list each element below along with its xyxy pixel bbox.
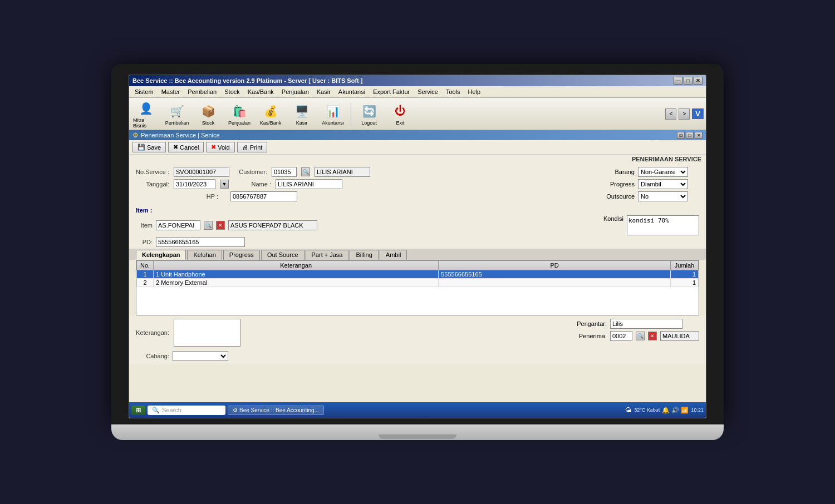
pembelian-icon: 🛒 — [168, 102, 186, 120]
save-button[interactable]: 💾 Save — [132, 142, 166, 152]
tab-billing[interactable]: Billing — [350, 250, 378, 260]
item-code-input[interactable] — [156, 220, 200, 230]
toolbar-kas-bank[interactable]: 💰 Kas/Bank — [256, 101, 285, 127]
penerima-clear-button[interactable]: ✕ — [648, 332, 657, 340]
customer-name-display — [315, 167, 370, 177]
toolbar-mitra-bisnis[interactable]: 👤 Mitra Bisnis — [131, 98, 160, 130]
menu-stock[interactable]: Stock — [221, 87, 243, 96]
minimize-button[interactable]: — — [674, 77, 682, 85]
search-placeholder: Search — [162, 407, 181, 413]
item-search-button[interactable]: 🔍 — [204, 221, 213, 230]
customer-search-button[interactable]: 🔍 — [301, 167, 310, 176]
menu-sistem[interactable]: Sistem — [131, 87, 157, 96]
title-bar: Bee Service :: Bee Accounting version 2.… — [129, 75, 706, 86]
close-button[interactable]: ✕ — [694, 77, 703, 85]
name-input[interactable] — [276, 179, 342, 189]
taskbar-icons-group: 🌤 — [625, 406, 632, 414]
stock-icon: 📦 — [199, 102, 217, 120]
tab-progress[interactable]: Progress — [223, 250, 260, 260]
toolbar-penjualan[interactable]: 🛍️ Penjualan — [225, 101, 254, 127]
sub-title-bar: ⚙ Penerimaan Service | Senice ⊡ □ ✕ — [129, 130, 706, 140]
kelengkapan-table: No. Keterangan PD Jumlah 1 1 Unit Handph… — [136, 260, 699, 287]
kas-bank-icon: 💰 — [262, 102, 279, 120]
sub-maximize-button[interactable]: □ — [686, 132, 694, 139]
akuntansi-icon: 📊 — [324, 102, 342, 120]
progress-select[interactable]: Diambil Selesai Proses — [638, 179, 688, 189]
tab-kelengkapan[interactable]: Kelengkapan — [136, 250, 186, 260]
toolbar-exit[interactable]: ⏻ Exit — [386, 101, 415, 127]
keterangan-label: Keterangan: — [136, 329, 169, 336]
taskbar-app-button[interactable]: ⚙ Bee Service :: Bee Accounting... — [228, 406, 324, 415]
cell-no: 1 — [137, 270, 154, 279]
col-jumlah: Jumlah — [671, 261, 699, 270]
item-row: Item 🔍 ✕ Kondisi kondisi 70% — [136, 215, 699, 235]
windows-icon: ⊞ — [136, 407, 141, 414]
toolbar-akuntansi[interactable]: 📊 Akuntansi — [318, 101, 347, 127]
menu-penjualan[interactable]: Penjualan — [278, 87, 312, 96]
nav-back-button[interactable]: < — [665, 108, 676, 120]
tab-ambil[interactable]: Ambil — [380, 250, 407, 260]
toolbar-pembelian[interactable]: 🛒 Pembelian — [163, 101, 191, 127]
menu-master[interactable]: Master — [158, 87, 184, 96]
toolbar-stock[interactable]: 📦 Stock — [194, 101, 223, 127]
sub-window-icon: ⚙ — [132, 131, 139, 139]
customer-code-input[interactable] — [272, 167, 297, 177]
table-row[interactable]: 1 1 Unit Handphone 555566655165 1 — [137, 270, 699, 279]
clock: 10:21 — [691, 407, 704, 413]
toolbar-separator — [351, 102, 351, 126]
sub-title-content: ⚙ Penerimaan Service | Senice — [132, 131, 220, 139]
outsource-select[interactable]: No Yes — [638, 191, 688, 201]
tab-part-jasa[interactable]: Part + Jasa — [306, 250, 349, 260]
sub-close-button[interactable]: ✕ — [695, 132, 703, 139]
pengantar-label: Pengantar: — [576, 320, 607, 327]
keterangan-textarea[interactable] — [174, 319, 240, 347]
table-row[interactable]: 2 2 Memory External 1 — [137, 279, 699, 287]
taskbar-search[interactable]: 🔍 Search — [148, 406, 225, 415]
cell-pd — [439, 279, 671, 287]
penerima-search-button[interactable]: 🔍 — [636, 332, 645, 340]
menu-help[interactable]: Help — [465, 87, 484, 96]
void-button[interactable]: ✖ Void — [206, 142, 234, 152]
col-pd: PD — [439, 261, 671, 270]
cabang-select[interactable] — [173, 351, 228, 361]
menu-pembelian[interactable]: Pembelian — [184, 87, 220, 96]
item-delete-button[interactable]: ✕ — [216, 221, 225, 230]
sub-restore-button[interactable]: ⊡ — [677, 132, 685, 139]
menu-akuntansi[interactable]: Akuntansi — [335, 87, 369, 96]
print-icon: 🖨 — [242, 144, 248, 151]
system-tray: 🌤 32°C Kabut 🔔 🔊 📶 10:21 — [625, 406, 704, 414]
cancel-button[interactable]: ✖ Cancel — [168, 142, 204, 152]
tab-keluhan[interactable]: Keluhan — [187, 250, 222, 260]
print-button[interactable]: 🖨 Print — [237, 142, 268, 152]
tab-out-source[interactable]: Out Source — [261, 250, 304, 260]
nav-forward-button[interactable]: > — [679, 108, 690, 120]
penerima-name-display — [660, 331, 699, 341]
tanggal-input[interactable] — [174, 179, 215, 189]
toolbar-logout[interactable]: 🔄 Logout — [355, 101, 384, 127]
barang-select[interactable]: Non-Garansi Garansi — [638, 167, 688, 177]
no-service-row: No.Service : Customer: 🔍 — [136, 167, 370, 177]
cell-no: 2 — [137, 279, 154, 287]
pengantar-input[interactable] — [610, 319, 682, 329]
maximize-button[interactable]: □ — [684, 77, 692, 85]
menu-kasir[interactable]: Kasir — [313, 87, 334, 96]
calendar-button[interactable]: ▼ — [220, 180, 229, 189]
hp-input[interactable] — [230, 191, 297, 201]
menu-tools[interactable]: Tools — [443, 87, 464, 96]
menu-export-faktur[interactable]: Export Faktur — [370, 87, 413, 96]
nav-v-button[interactable]: V — [692, 108, 704, 119]
no-service-input[interactable] — [174, 167, 229, 177]
start-button[interactable]: ⊞ — [131, 406, 145, 415]
cell-keterangan: 2 Memory External — [154, 279, 439, 287]
pd-input[interactable] — [156, 237, 245, 247]
penerima-code-input[interactable] — [610, 331, 632, 341]
pengantar-row: Pengantar: — [576, 319, 699, 329]
toolbar-kasir[interactable]: 🖥️ Kasir — [287, 101, 316, 127]
kondisi-area: Kondisi kondisi 70% — [598, 215, 699, 235]
progress-label: Progress — [598, 181, 635, 187]
no-service-label: No.Service : — [136, 169, 169, 175]
menu-service[interactable]: Service — [414, 87, 441, 96]
menu-kas-bank[interactable]: Kas/Bank — [244, 87, 277, 96]
kondisi-textarea[interactable]: kondisi 70% — [627, 215, 699, 235]
search-icon: 🔍 — [152, 407, 160, 414]
